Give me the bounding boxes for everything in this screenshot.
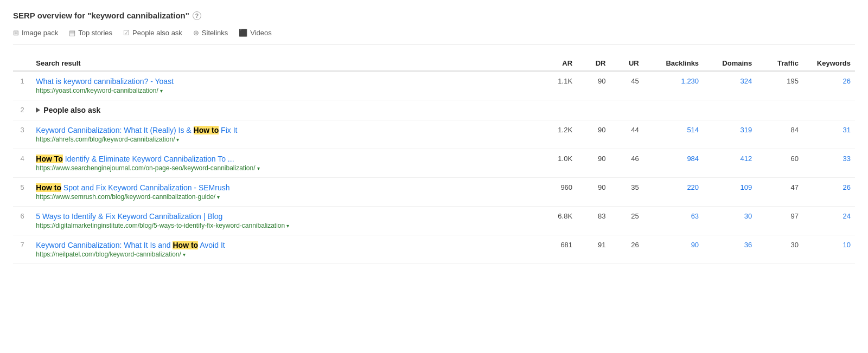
row-number: 1 bbox=[13, 71, 31, 100]
result-url[interactable]: https://www.semrush.com/blog/keyword-can… bbox=[36, 193, 532, 201]
feature-pill-sitelinks[interactable]: ⊛Sitelinks bbox=[193, 29, 228, 37]
cell-domains[interactable]: 36 bbox=[703, 235, 756, 264]
cell-domains[interactable]: 109 bbox=[703, 178, 756, 207]
feature-icon-sitelinks: ⊛ bbox=[193, 29, 199, 37]
cell-dr: 90 bbox=[577, 71, 610, 100]
result-title-link[interactable]: 5 Ways to Identify & Fix Keyword Canniba… bbox=[36, 212, 532, 221]
row-number: 6 bbox=[13, 207, 31, 235]
page-title-text: SERP overview for "keyword cannibalizati… bbox=[13, 11, 189, 20]
cell-traffic: 84 bbox=[756, 120, 803, 149]
url-arrow-icon: ▾ bbox=[160, 88, 163, 94]
cell-domains[interactable]: 324 bbox=[703, 71, 756, 100]
cell-keywords[interactable]: 33 bbox=[803, 149, 855, 178]
feature-icon-people-also-ask: ☑ bbox=[123, 29, 130, 37]
table-row: 65 Ways to Identify & Fix Keyword Cannib… bbox=[13, 207, 855, 235]
col-ur-header: UR bbox=[610, 56, 643, 71]
people-also-ask-label: People also ask bbox=[43, 106, 100, 114]
cell-domains[interactable]: 319 bbox=[703, 120, 756, 149]
cell-dr: 91 bbox=[577, 235, 610, 264]
table-row: 1What is keyword cannibalization? - Yoas… bbox=[13, 71, 855, 100]
cell-traffic: 97 bbox=[756, 207, 803, 235]
cell-keywords[interactable]: 31 bbox=[803, 120, 855, 149]
cell-ar: 960 bbox=[537, 178, 577, 207]
feature-pill-image-pack[interactable]: ⊞Image pack bbox=[13, 29, 58, 37]
result-cell: Keyword Cannibalization: What It (Really… bbox=[31, 120, 537, 149]
col-backlinks-header: Backlinks bbox=[643, 56, 703, 71]
row-number: 3 bbox=[13, 120, 31, 149]
cell-keywords[interactable]: 10 bbox=[803, 235, 855, 264]
result-url[interactable]: https://yoast.com/keyword-cannibalizatio… bbox=[36, 87, 532, 94]
col-domains-header: Domains bbox=[703, 56, 756, 71]
feature-label-sitelinks: Sitelinks bbox=[202, 29, 228, 37]
cell-ar: 681 bbox=[537, 235, 577, 264]
result-url[interactable]: https://digitalmarketinginstitute.com/bl… bbox=[36, 222, 532, 229]
cell-backlinks[interactable]: 1,230 bbox=[643, 71, 703, 100]
cell-ur: 35 bbox=[610, 178, 643, 207]
cell-keywords[interactable]: 26 bbox=[803, 71, 855, 100]
cell-keywords[interactable]: 24 bbox=[803, 207, 855, 235]
cell-ur: 26 bbox=[610, 235, 643, 264]
feature-label-top-stories: Top stories bbox=[78, 29, 112, 37]
url-arrow-icon: ▾ bbox=[257, 165, 260, 171]
cell-backlinks[interactable]: 63 bbox=[643, 207, 703, 235]
cell-dr: 83 bbox=[577, 207, 610, 235]
feature-pill-people-also-ask[interactable]: ☑People also ask bbox=[123, 29, 182, 37]
cell-ur: 25 bbox=[610, 207, 643, 235]
cell-ar: 1.1K bbox=[537, 71, 577, 100]
col-ar-header: AR bbox=[537, 56, 577, 71]
cell-ar: 6.8K bbox=[537, 207, 577, 235]
url-arrow-icon: ▾ bbox=[176, 137, 179, 143]
feature-icon-image-pack: ⊞ bbox=[13, 29, 19, 37]
cell-ar: 1.0K bbox=[537, 149, 577, 178]
cell-traffic: 60 bbox=[756, 149, 803, 178]
page-title: SERP overview for "keyword cannibalizati… bbox=[13, 11, 855, 20]
feature-pill-top-stories[interactable]: ▤Top stories bbox=[69, 29, 112, 37]
expand-icon[interactable] bbox=[36, 107, 40, 113]
result-cell: What is keyword cannibalization? - Yoast… bbox=[31, 71, 537, 100]
cell-domains[interactable]: 30 bbox=[703, 207, 756, 235]
result-cell: 5 Ways to Identify & Fix Keyword Canniba… bbox=[31, 207, 537, 235]
people-also-ask-cell: People also ask bbox=[31, 100, 855, 120]
cell-dr: 90 bbox=[577, 120, 610, 149]
cell-traffic: 47 bbox=[756, 178, 803, 207]
table-row: 3Keyword Cannibalization: What It (Reall… bbox=[13, 120, 855, 149]
url-arrow-icon: ▾ bbox=[183, 252, 186, 258]
result-title-link[interactable]: What is keyword cannibalization? - Yoast bbox=[36, 77, 532, 86]
result-cell: How To Identify & Eliminate Keyword Cann… bbox=[31, 149, 537, 178]
cell-traffic: 195 bbox=[756, 71, 803, 100]
cell-dr: 90 bbox=[577, 178, 610, 207]
cell-traffic: 30 bbox=[756, 235, 803, 264]
row-number: 2 bbox=[13, 100, 31, 120]
result-title-link[interactable]: How To Identify & Eliminate Keyword Cann… bbox=[36, 155, 532, 163]
result-cell: How to Spot and Fix Keyword Cannibalizat… bbox=[31, 178, 537, 207]
cell-backlinks[interactable]: 220 bbox=[643, 178, 703, 207]
row-number: 5 bbox=[13, 178, 31, 207]
cell-domains[interactable]: 412 bbox=[703, 149, 756, 178]
cell-backlinks[interactable]: 984 bbox=[643, 149, 703, 178]
table-row: 4How To Identify & Eliminate Keyword Can… bbox=[13, 149, 855, 178]
feature-pill-videos[interactable]: ⬛Videos bbox=[239, 29, 272, 37]
cell-keywords[interactable]: 26 bbox=[803, 178, 855, 207]
feature-label-image-pack: Image pack bbox=[22, 29, 58, 37]
feature-icon-videos: ⬛ bbox=[239, 29, 247, 37]
feature-label-videos: Videos bbox=[250, 29, 272, 37]
cell-dr: 90 bbox=[577, 149, 610, 178]
cell-backlinks[interactable]: 90 bbox=[643, 235, 703, 264]
result-url[interactable]: https://neilpatel.com/blog/keyword-canni… bbox=[36, 251, 532, 258]
url-arrow-icon: ▾ bbox=[217, 194, 220, 200]
help-icon[interactable]: ? bbox=[193, 11, 201, 20]
cell-backlinks[interactable]: 514 bbox=[643, 120, 703, 149]
row-number: 4 bbox=[13, 149, 31, 178]
feature-label-people-also-ask: People also ask bbox=[132, 29, 182, 37]
url-arrow-icon: ▾ bbox=[286, 223, 289, 229]
cell-ur: 45 bbox=[610, 71, 643, 100]
cell-ur: 44 bbox=[610, 120, 643, 149]
result-url[interactable]: https://www.searchenginejournal.com/on-p… bbox=[36, 164, 532, 172]
col-traffic-header: Traffic bbox=[756, 56, 803, 71]
result-title-link[interactable]: Keyword Cannibalization: What It Is and … bbox=[36, 241, 532, 249]
result-title-link[interactable]: Keyword Cannibalization: What It (Really… bbox=[36, 126, 532, 134]
result-title-link[interactable]: How to Spot and Fix Keyword Cannibalizat… bbox=[36, 183, 532, 192]
result-url[interactable]: https://ahrefs.com/blog/keyword-cannibal… bbox=[36, 136, 532, 143]
col-dr-header: DR bbox=[577, 56, 610, 71]
cell-ar: 1.2K bbox=[537, 120, 577, 149]
